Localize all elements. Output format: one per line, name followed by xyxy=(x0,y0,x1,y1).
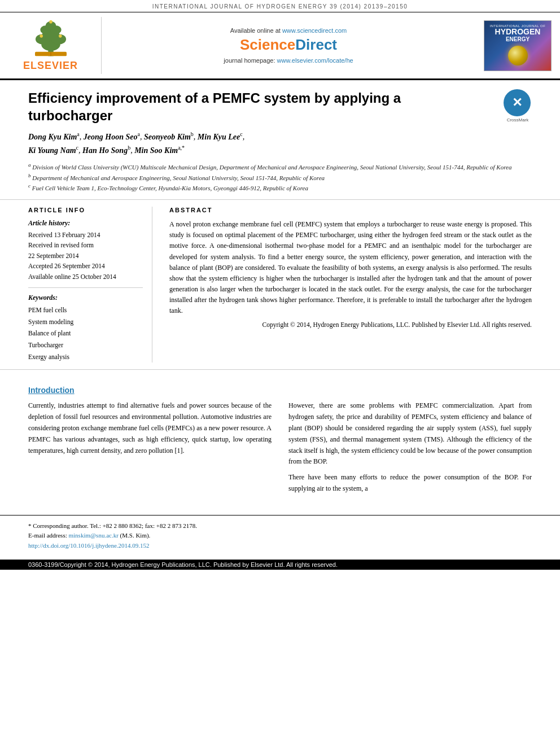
email-label: E-mail address: xyxy=(28,532,67,539)
keyword-turbocharger: Turbocharger xyxy=(28,339,143,351)
accepted-date: Accepted 26 September 2014 xyxy=(28,261,143,271)
corresponding-note: * Corresponding author. Tel.: +82 2 880 … xyxy=(28,521,532,531)
corresponding-label: * Corresponding author. xyxy=(28,522,89,529)
doi-note: http://dx.doi.org/10.1016/j.ijhydene.201… xyxy=(28,541,532,551)
available-online-date: Available online 25 October 2014 xyxy=(28,272,143,282)
introduction-two-col: Currently, industries attempt to find al… xyxy=(28,400,532,494)
available-online-link[interactable]: www.sciencedirect.com xyxy=(282,27,347,34)
author-sup-b1: b xyxy=(191,131,194,137)
authors-line: Dong Kyu Kima, Jeong Hoon Seoa, Seonyeob… xyxy=(28,130,532,157)
intro-right-paragraph-2: There have been many efforts to reduce t… xyxy=(288,472,532,495)
author-min-soo-kim: Min Soo Kim xyxy=(134,146,178,155)
header-area: ELSEVIER Available online at www.science… xyxy=(0,12,560,80)
author-sup-c1: c xyxy=(240,131,242,137)
email-link[interactable]: minskim@snu.ac.kr xyxy=(68,532,118,539)
cover-title-hydrogen: HYDROGEN xyxy=(495,28,541,36)
crossmark-badge: ✕ CrossMark xyxy=(504,89,532,117)
keyword-exergy: Exergy analysis xyxy=(28,351,143,363)
author-sup-a1: a xyxy=(77,131,79,137)
affiliation-c: c Fuel Cell Vehicle Team 1, Eco-Technolo… xyxy=(28,182,532,193)
author-han-ho-song: Han Ho Song xyxy=(82,146,128,155)
elsevier-wordmark: ELSEVIER xyxy=(23,60,78,72)
journal-banner-text: INTERNATIONAL JOURNAL OF HYDROGEN ENERGY… xyxy=(152,3,408,10)
svg-point-8 xyxy=(40,34,43,38)
article-info-col: ARTICLE INFO Article history: Received 1… xyxy=(28,207,152,362)
crossmark-label: CrossMark xyxy=(504,117,532,123)
email-note: E-mail address: minskim@snu.ac.kr (M.S. … xyxy=(28,531,532,541)
keywords-label: Keywords: xyxy=(28,294,143,302)
cover-orb-graphic xyxy=(508,46,528,65)
journal-cover-image: International Journal of HYDROGEN ENERGY xyxy=(484,20,552,71)
sciencedirect-logo: ScienceDirect xyxy=(240,36,337,54)
journal-banner: INTERNATIONAL JOURNAL OF HYDROGEN ENERGY… xyxy=(0,0,560,12)
author-seonyeob-kim: Seonyeob Kim xyxy=(144,133,191,141)
intro-right-paragraph: However, there are some problems with PE… xyxy=(288,400,532,468)
crossmark-icon: ✕ xyxy=(504,89,531,116)
svg-point-10 xyxy=(49,20,53,24)
keyword-system: System modeling xyxy=(28,316,143,328)
intro-left-paragraph: Currently, industries attempt to find al… xyxy=(28,400,272,456)
affiliation-b: b Department of Mechanical and Aerospace… xyxy=(28,172,532,182)
abstract-text: A novel proton exchange membrane fuel ce… xyxy=(169,219,532,317)
introduction-right-col: However, there are some problems with PE… xyxy=(288,400,532,494)
article-info-label: ARTICLE INFO xyxy=(28,207,143,213)
received-2-date: 22 September 2014 xyxy=(28,251,143,261)
header-center: Available online at www.sciencedirect.co… xyxy=(102,17,475,74)
issn-text: 0360-3199/Copyright © 2014, Hydrogen Ene… xyxy=(28,561,338,568)
email-suffix: (M.S. Kim). xyxy=(120,532,151,539)
doi-link[interactable]: http://dx.doi.org/10.1016/j.ijhydene.201… xyxy=(28,542,150,549)
abstract-label: ABSTRACT xyxy=(169,207,532,213)
history-label: Article history: xyxy=(28,219,143,228)
issn-bar: 0360-3199/Copyright © 2014, Hydrogen Ene… xyxy=(0,560,560,570)
info-divider xyxy=(28,287,143,288)
page-footer: * Corresponding author. Tel.: +82 2 880 … xyxy=(0,515,560,560)
cover-title-energy: ENERGY xyxy=(506,36,530,42)
introduction-left-col: Currently, industries attempt to find al… xyxy=(28,400,272,494)
tel-text: Tel.: +82 2 880 8362; fax: +82 2 873 217… xyxy=(90,522,197,529)
footer-note: * Corresponding author. Tel.: +82 2 880 … xyxy=(28,521,532,551)
header-left: ELSEVIER xyxy=(0,17,102,74)
elsevier-tree-icon xyxy=(28,19,73,59)
introduction-section: Introduction Currently, industries attem… xyxy=(0,370,560,503)
received-1: Received 13 February 2014 xyxy=(28,230,143,240)
affiliations-block: a Division of World Class University (WC… xyxy=(28,161,532,192)
page-container: INTERNATIONAL JOURNAL OF HYDROGEN ENERGY… xyxy=(0,0,560,570)
author-min-kyu-lee: Min Kyu Lee xyxy=(198,133,240,141)
svg-point-9 xyxy=(59,34,62,38)
author-ki-young-nam: Ki Young Nam xyxy=(28,146,76,155)
received-2-label: Received in revised form xyxy=(28,240,143,250)
elsevier-logo: ELSEVIER xyxy=(23,19,78,72)
keyword-balance: Balance of plant xyxy=(28,327,143,339)
author-sup-b2: b xyxy=(128,145,130,151)
article-title: Efficiency improvement of a PEMFC system… xyxy=(28,89,532,124)
title-section: Efficiency improvement of a PEMFC system… xyxy=(0,80,560,200)
author-sup-a3: a,* xyxy=(178,145,185,151)
available-online-text: Available online at www.sciencedirect.co… xyxy=(230,27,347,34)
author-sup-a2: a xyxy=(138,131,140,137)
author-sup-c2: c xyxy=(76,145,78,151)
author-jeong-hoon-seo: Jeong Hoon Seo xyxy=(84,133,138,141)
author-dong-kyu-kim: Dong Kyu Kim xyxy=(28,133,77,141)
keyword-pem: PEM fuel cells xyxy=(28,304,143,316)
abstract-copyright: Copyright © 2014, Hydrogen Energy Public… xyxy=(169,321,532,328)
journal-homepage-text: journal homepage: www.elsevier.com/locat… xyxy=(224,57,353,64)
article-info-abstract-section: ARTICLE INFO Article history: Received 1… xyxy=(0,200,560,370)
header-right: International Journal of HYDROGEN ENERGY xyxy=(475,17,560,74)
abstract-col: ABSTRACT A novel proton exchange membran… xyxy=(169,207,532,362)
introduction-heading: Introduction xyxy=(28,386,532,395)
journal-homepage-link[interactable]: www.elsevier.com/locate/he xyxy=(277,57,353,64)
affiliation-a: a Division of World Class University (WC… xyxy=(28,161,532,172)
